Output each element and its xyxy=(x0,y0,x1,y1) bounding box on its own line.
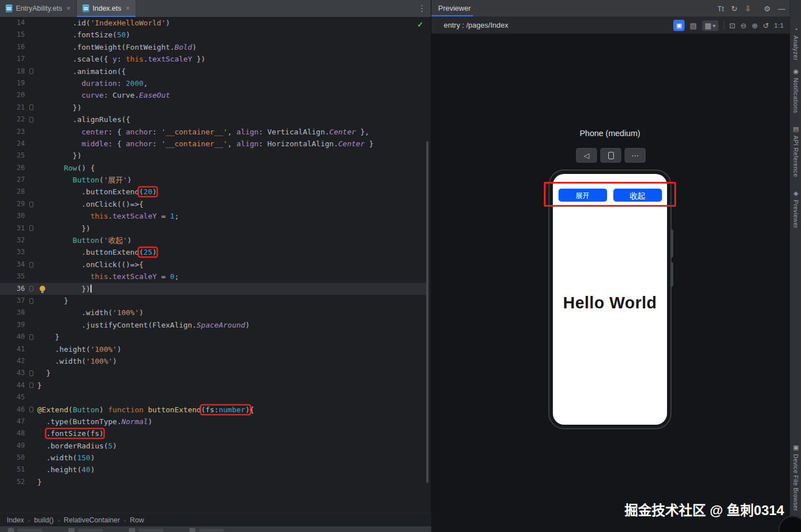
line-number[interactable]: 44 xyxy=(0,380,25,391)
fold-marker-icon[interactable] xyxy=(29,370,33,376)
fold-marker-icon[interactable] xyxy=(29,286,33,291)
tab-options-icon[interactable]: ⋮ xyxy=(418,0,426,17)
code-line[interactable]: 26Row() { xyxy=(0,162,427,174)
font-size-icon[interactable]: Tt xyxy=(717,5,724,13)
layers-icon[interactable]: ▤ xyxy=(690,21,696,30)
fold-marker-icon[interactable] xyxy=(29,298,33,304)
code-line[interactable]: 42.width('100%') xyxy=(0,355,427,367)
more-options-button[interactable]: ⋯ xyxy=(625,148,646,163)
line-number[interactable]: 49 xyxy=(0,440,25,452)
toolwindow-button[interactable] xyxy=(8,528,42,532)
code-line[interactable]: 41.height('100%') xyxy=(0,343,427,355)
code-line[interactable]: 48.fontSize(fs) xyxy=(0,428,427,439)
sidebar-item-device-file-browser[interactable]: ▣ Device File Browser xyxy=(790,444,801,511)
zoom-in-icon[interactable]: ⊕ xyxy=(752,21,758,30)
fold-marker-icon[interactable] xyxy=(29,382,33,388)
breadcrumb-item-build[interactable]: build() xyxy=(34,516,54,524)
grid-view-button[interactable]: ▦ ▾ xyxy=(702,20,718,31)
line-number[interactable]: 33 xyxy=(0,246,25,258)
breadcrumb-item-row[interactable]: Row xyxy=(130,516,144,524)
sidebar-item-notifications[interactable]: ◉ Notifications xyxy=(790,68,801,113)
sidebar-item-previewer[interactable]: ◈ Previewer xyxy=(790,190,801,228)
code-line[interactable]: 24middle: { anchor: '__container__', ali… xyxy=(0,138,427,150)
code-line[interactable]: 46@Extend(Button) function buttonExtend(… xyxy=(0,404,427,416)
code-line[interactable]: 32Button('收起') xyxy=(0,234,427,246)
line-number[interactable]: 31 xyxy=(0,223,25,234)
line-number[interactable]: 41 xyxy=(0,343,25,355)
refresh-icon[interactable]: ↻ xyxy=(731,5,738,13)
code-line[interactable]: 22.alignRules({ xyxy=(0,114,427,125)
line-number[interactable]: 37 xyxy=(0,295,25,307)
fold-marker-icon[interactable] xyxy=(29,68,33,74)
close-tab-icon[interactable]: × xyxy=(67,5,71,12)
dock-icon[interactable]: ⇩ xyxy=(744,5,751,13)
code-line[interactable]: 14.id('IndexHelloWorld') xyxy=(0,17,427,29)
toolwindow-button[interactable] xyxy=(68,528,103,532)
code-line[interactable]: 33.buttonExtend(25) xyxy=(0,246,427,258)
code-line[interactable]: 50.width(150) xyxy=(0,452,427,464)
settings-gear-icon[interactable]: ⚙ xyxy=(764,5,770,13)
code-line[interactable]: 44} xyxy=(0,380,427,391)
breadcrumb-item-index[interactable]: Index xyxy=(7,516,24,524)
zoom-reset-icon[interactable]: ↺ xyxy=(763,21,769,30)
line-number[interactable]: 46 xyxy=(0,404,25,416)
line-number[interactable]: 43 xyxy=(0,367,25,379)
code-line[interactable]: 29.onClick(()=>{ xyxy=(0,198,427,210)
code-line[interactable]: 51.height(40) xyxy=(0,464,427,476)
code-line[interactable]: 15.fontSize(50) xyxy=(0,29,427,41)
tab-index[interactable]: Index.ets × xyxy=(77,0,136,17)
line-number[interactable]: 25 xyxy=(0,150,25,162)
line-number[interactable]: 18 xyxy=(0,66,25,77)
code-line[interactable]: 27Button('展开') xyxy=(0,174,427,186)
code-line[interactable]: 23center: { anchor: '__container__', ali… xyxy=(0,126,427,138)
tab-entryability[interactable]: EntryAbility.ets × xyxy=(0,0,77,17)
code-line[interactable]: 35this.textScaleY = 0; xyxy=(0,271,427,282)
line-number[interactable]: 22 xyxy=(0,114,25,125)
code-line[interactable]: 31}) xyxy=(0,223,427,234)
code-line[interactable]: 43} xyxy=(0,367,427,379)
previous-page-button[interactable]: ◁ xyxy=(576,148,597,163)
frame-select-icon[interactable]: ⊡ xyxy=(729,21,735,30)
fold-marker-icon[interactable] xyxy=(29,334,33,340)
fold-marker-icon[interactable] xyxy=(29,104,33,110)
line-number[interactable]: 51 xyxy=(0,464,25,476)
line-number[interactable]: 28 xyxy=(0,186,25,198)
fold-marker-icon[interactable] xyxy=(29,262,33,268)
line-number[interactable]: 50 xyxy=(0,452,25,464)
line-number[interactable]: 23 xyxy=(0,126,25,138)
previewer-tab[interactable]: Previewer xyxy=(438,0,471,17)
toolwindow-button[interactable] xyxy=(189,528,224,532)
intention-lightbulb-icon[interactable] xyxy=(40,286,45,291)
line-number[interactable]: 17 xyxy=(0,53,25,65)
close-tab-icon[interactable]: × xyxy=(126,5,130,12)
fold-marker-icon[interactable] xyxy=(29,202,33,207)
line-number[interactable]: 29 xyxy=(0,198,25,210)
code-line[interactable]: 25}) xyxy=(0,150,427,162)
code-line[interactable]: 37} xyxy=(0,295,427,307)
zoom-out-icon[interactable]: ⊖ xyxy=(741,21,747,30)
fold-marker-icon[interactable] xyxy=(29,407,33,412)
sidebar-item-analyzer[interactable]: ◔ Analyzer xyxy=(790,26,801,60)
line-number[interactable]: 42 xyxy=(0,355,25,367)
code-line[interactable]: 28.buttonExtend(20) xyxy=(0,186,427,198)
minimize-icon[interactable]: — xyxy=(778,5,785,13)
code-line[interactable]: 52} xyxy=(0,476,427,488)
line-number[interactable]: 20 xyxy=(0,89,25,101)
line-number[interactable]: 36 xyxy=(0,283,25,295)
breadcrumb-item-relativecontainer[interactable]: RelativeContainer xyxy=(64,516,120,524)
code-line[interactable]: 40} xyxy=(0,331,427,343)
code-line[interactable]: 49.borderRadius(5) xyxy=(0,440,427,452)
code-line[interactable]: 39.justifyContent(FlexAlign.SpaceAround) xyxy=(0,319,427,331)
toolwindow-button[interactable] xyxy=(129,528,163,532)
line-number[interactable]: 32 xyxy=(0,234,25,246)
code-line[interactable]: 34.onClick(()=>{ xyxy=(0,259,427,271)
line-number[interactable]: 39 xyxy=(0,319,25,331)
line-number[interactable]: 24 xyxy=(0,138,25,150)
code-line[interactable]: 30this.textScaleY = 1; xyxy=(0,210,427,222)
orientation-button[interactable] xyxy=(600,148,621,163)
line-number[interactable]: 19 xyxy=(0,77,25,89)
line-number[interactable]: 45 xyxy=(0,391,25,403)
code-line[interactable]: 47.type(ButtonType.Normal) xyxy=(0,416,427,428)
code-line[interactable]: 18.animation({ xyxy=(0,66,427,77)
inspect-icon[interactable]: ▣ xyxy=(673,20,685,31)
